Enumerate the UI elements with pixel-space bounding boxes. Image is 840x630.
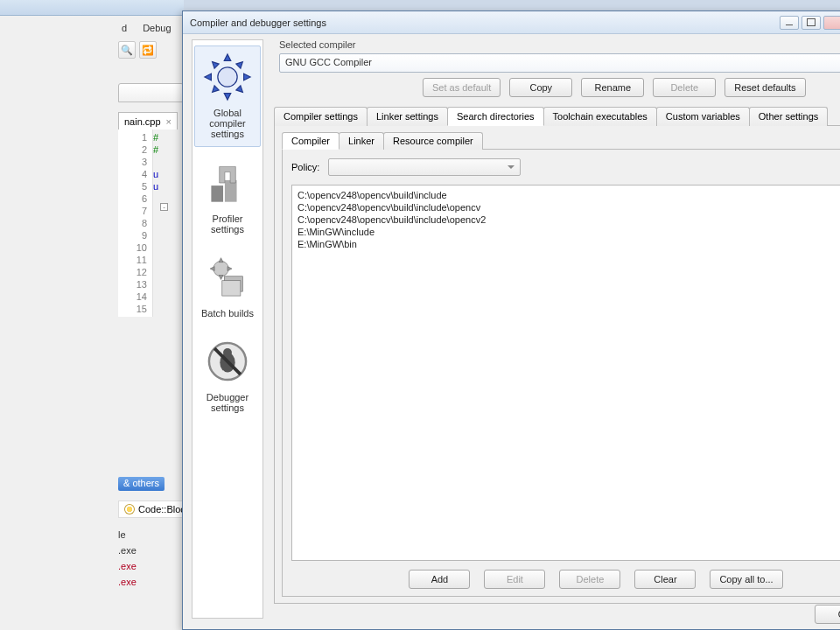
list-item[interactable]: C:\opencv248\opencv\build\include\opencv	[298, 201, 840, 214]
list-item[interactable]: E:\MinGW\bin	[298, 238, 840, 250]
fold-icon[interactable]: -	[160, 203, 168, 211]
list-item[interactable]: C:\opencv248\opencv\build\include	[298, 189, 840, 201]
minimize-icon[interactable]	[780, 16, 799, 30]
category-label: Debugger settings	[196, 392, 259, 413]
compiler-select[interactable]: GNU GCC Compiler	[279, 53, 840, 73]
delete-compiler-button[interactable]: Delete	[653, 78, 716, 97]
profiler-icon	[197, 156, 258, 210]
svg-rect-1	[211, 186, 223, 202]
svg-rect-5	[222, 281, 241, 296]
bg-toolbar: 🔍 🔁	[118, 39, 157, 60]
clear-button[interactable]: Clear	[634, 570, 696, 589]
dialog-titlebar[interactable]: Compiler and debugger settings	[183, 11, 840, 34]
tab-compiler-settings[interactable]: Compiler settings	[274, 107, 368, 126]
line-gutter: 123 456 789 101112 131415	[118, 130, 153, 317]
svg-point-8	[223, 348, 232, 357]
editor-tab-label: nain.cpp	[124, 116, 161, 127]
menu-item-debug[interactable]: Debug	[139, 21, 174, 35]
category-profiler[interactable]: Profiler settings	[194, 152, 261, 242]
code-area[interactable]: # # u u	[153, 130, 158, 205]
background-editor: d Debug 🔍 🔁 nain.cpp × 123 456 789 10111…	[0, 0, 184, 630]
copy-all-button[interactable]: Copy all to...	[710, 570, 782, 589]
copy-button[interactable]: Copy	[509, 78, 572, 97]
svg-rect-2	[225, 180, 237, 202]
compiler-select-value: GNU GCC Compiler	[285, 57, 372, 67]
settings-dialog: Compiler and debugger settings Global co…	[182, 10, 840, 630]
close-icon[interactable]: ×	[166, 116, 172, 127]
sub-tabs: Compiler Linker Resource compiler	[282, 131, 840, 149]
subtab-linker[interactable]: Linker	[339, 132, 384, 150]
category-debugger[interactable]: Debugger settings	[194, 331, 261, 420]
category-batch-builds[interactable]: Batch builds	[194, 247, 261, 326]
edit-button[interactable]: Edit	[484, 570, 545, 589]
list-item[interactable]: C:\opencv248\opencv\build\include\opencv…	[298, 214, 840, 226]
bug-icon	[197, 334, 258, 388]
category-label: Global compiler settings	[197, 108, 258, 139]
tab-toolchain[interactable]: Toolchain executables	[543, 107, 657, 126]
main-area: Selected compiler GNU GCC Compiler Set a…	[267, 34, 840, 629]
editor-tab[interactable]: nain.cpp ×	[118, 112, 178, 130]
ok-button[interactable]: OK	[815, 605, 840, 624]
subtab-compiler[interactable]: Compiler	[282, 132, 340, 150]
build-log: le .exe .exe .exe	[118, 522, 184, 590]
category-global-compiler[interactable]: Global compiler settings	[194, 46, 261, 147]
bg-menu: d Debug	[118, 21, 175, 35]
close-icon[interactable]	[823, 16, 840, 30]
delete-dir-button[interactable]: Delete	[559, 570, 620, 589]
replace-icon[interactable]: 🔁	[139, 41, 157, 59]
policy-select[interactable]	[328, 158, 521, 176]
category-label: Profiler settings	[196, 214, 259, 234]
list-buttons: Add Edit Delete Clear Copy all to...	[291, 570, 840, 589]
bg-titlebar	[0, 0, 184, 16]
compiler-action-row: Set as default Copy Rename Delete Reset …	[272, 78, 840, 97]
category-label: Batch builds	[196, 308, 259, 318]
set-default-button[interactable]: Set as default	[423, 78, 500, 97]
tab-custom-variables[interactable]: Custom variables	[656, 107, 750, 126]
find-icon[interactable]: 🔍	[118, 41, 136, 59]
bg-panel-header	[118, 83, 184, 102]
dialog-title: Compiler and debugger settings	[190, 18, 326, 28]
bottom-tab-others[interactable]: & others	[118, 477, 164, 491]
policy-label: Policy:	[291, 162, 319, 172]
tab-search-directories[interactable]: Search directories	[447, 107, 544, 126]
directory-list[interactable]: C:\opencv248\opencv\build\include C:\ope…	[291, 185, 840, 561]
add-button[interactable]: Add	[409, 570, 470, 589]
tab-linker-settings[interactable]: Linker settings	[367, 107, 448, 126]
selected-compiler-label: Selected compiler	[279, 39, 840, 50]
batch-icon	[197, 250, 258, 304]
list-item[interactable]: E:\MinGW\include	[298, 226, 840, 238]
main-tabs: Compiler settings Linker settings Search…	[274, 106, 840, 126]
tab-other-settings[interactable]: Other settings	[749, 107, 828, 126]
svg-point-0	[218, 67, 237, 87]
svg-point-3	[214, 261, 228, 276]
search-directories-panel: Compiler Linker Resource compiler Policy…	[274, 126, 840, 604]
compiler-dirs-panel: Policy: C:\opencv248\opencv\build\includ…	[282, 149, 840, 597]
category-panel: Global compiler settings Profiler settin…	[192, 39, 263, 619]
gear-icon	[124, 504, 135, 514]
rename-button[interactable]: Rename	[581, 78, 644, 97]
reset-defaults-button[interactable]: Reset defaults	[724, 78, 805, 97]
subtab-resource-compiler[interactable]: Resource compiler	[383, 132, 483, 150]
maximize-icon[interactable]	[802, 16, 821, 30]
dialog-footer: OK Can	[815, 605, 840, 624]
gear-icon	[197, 50, 258, 104]
menu-item-build[interactable]: d	[118, 21, 130, 35]
